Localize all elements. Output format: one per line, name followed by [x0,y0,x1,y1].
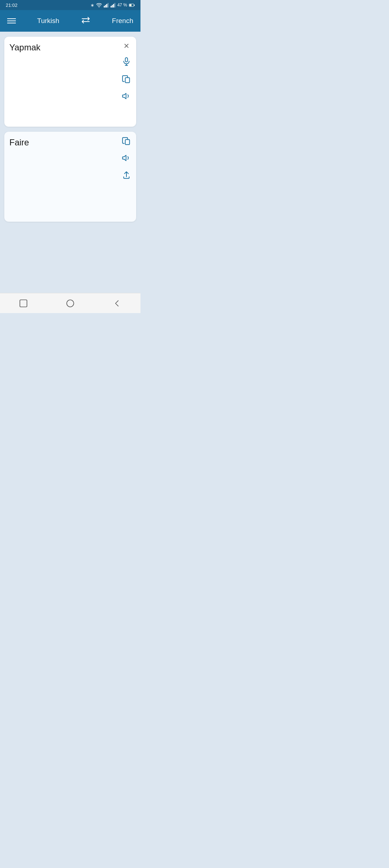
svg-rect-3 [106,4,107,8]
square-nav-icon [19,299,28,308]
svg-rect-17 [125,140,130,145]
source-speaker-icon [122,91,131,101]
source-speak-button[interactable] [122,91,131,102]
target-language-label[interactable]: French [112,17,133,25]
target-translation-box: Faire [4,132,136,222]
svg-rect-13 [125,58,128,62]
share-button[interactable] [122,171,131,181]
target-box-icons [122,136,131,181]
target-speak-button[interactable] [122,153,131,164]
source-text[interactable]: Yapmak [9,42,40,52]
recents-nav-button[interactable] [15,295,32,312]
svg-rect-2 [105,5,106,7]
microphone-icon [122,57,131,66]
translated-text: Faire [9,137,29,147]
bottom-navigation [0,293,140,313]
hamburger-line-2 [7,21,16,21]
svg-rect-18 [20,300,27,307]
menu-button[interactable] [7,18,16,23]
svg-rect-10 [134,4,135,6]
svg-rect-6 [112,5,113,7]
swap-arrows-icon [81,16,91,24]
hamburger-line-1 [7,18,16,19]
svg-rect-1 [104,6,105,7]
status-bar: 21:02 ∗ 47 % [0,0,140,10]
back-nav-icon [112,299,122,308]
hamburger-line-3 [7,23,16,23]
source-language-label[interactable]: Turkish [37,17,59,25]
svg-rect-4 [107,3,108,8]
target-copy-icon [122,136,131,145]
target-copy-button[interactable] [122,136,131,147]
source-copy-button[interactable] [122,74,131,85]
bluetooth-icon: ∗ [90,3,94,8]
home-nav-button[interactable] [62,295,79,312]
source-copy-icon [122,74,131,83]
svg-rect-5 [111,6,112,7]
back-nav-button[interactable] [109,295,125,312]
status-icons: ∗ 47 % [90,3,135,8]
svg-point-0 [99,6,99,7]
source-box-icons: × [122,41,131,102]
svg-rect-7 [113,4,114,8]
signal-icon [104,3,109,8]
svg-rect-8 [114,3,115,8]
battery-text: 47 % [117,3,127,8]
circle-nav-icon [66,299,75,308]
source-translation-box: Yapmak × [4,37,136,127]
main-content: Yapmak × [0,32,140,293]
microphone-button[interactable] [122,57,131,68]
svg-rect-16 [125,78,130,83]
status-time: 21:02 [6,3,18,8]
target-speaker-icon [122,153,131,163]
signal-icon-2 [111,3,116,8]
svg-point-19 [67,300,74,307]
clear-input-button[interactable]: × [124,41,129,50]
share-icon [122,171,131,180]
swap-languages-button[interactable] [81,16,91,26]
app-header: Turkish French [0,10,140,32]
wifi-icon [96,3,102,8]
battery-icon [129,3,135,8]
